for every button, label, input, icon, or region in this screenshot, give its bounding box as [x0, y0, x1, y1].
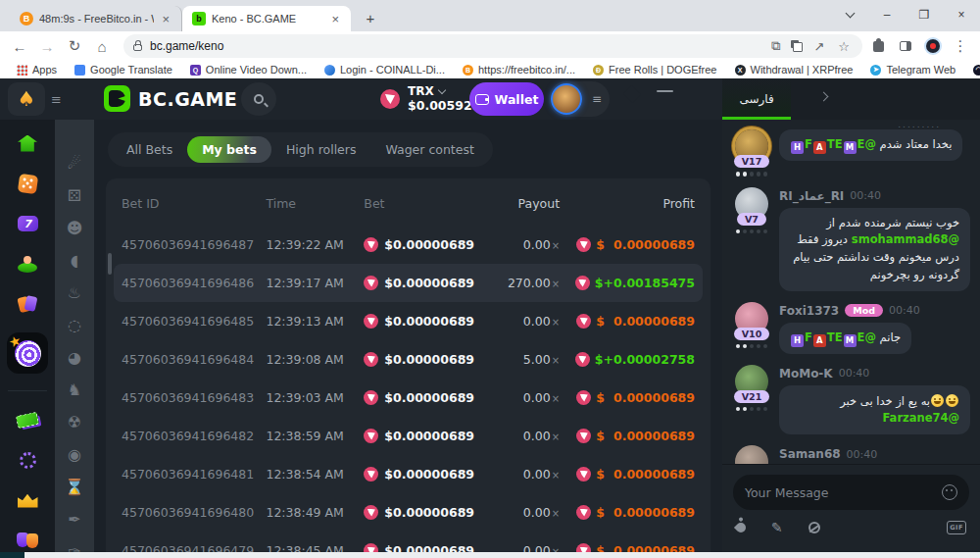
hourglass-icon[interactable]: ⌛ [65, 479, 84, 496]
wallet-button[interactable]: Wallet [469, 82, 544, 116]
user-avatar[interactable] [551, 83, 582, 115]
bet-row[interactable]: 4570603694169648312:39:03 AM$0.000006890… [122, 379, 695, 417]
sidebar-item-live[interactable] [16, 252, 39, 276]
sidebar-menu-icon[interactable]: ≡ [51, 92, 65, 107]
user-pill[interactable]: ≡ [549, 81, 610, 117]
egg-icon[interactable]: ◕ [68, 349, 81, 367]
wheel-icon[interactable]: ☢ [68, 414, 81, 431]
bookmark-star-icon[interactable]: ☆ [835, 39, 853, 54]
new-tab-button[interactable]: + [359, 6, 382, 29]
bets-tab-all-bets[interactable]: All Bets [112, 136, 187, 163]
sidebar-item-casino[interactable] [16, 172, 39, 195]
maximize-button[interactable]: ❐ [906, 0, 943, 29]
username[interactable]: Saman68 [779, 447, 841, 461]
knight-icon[interactable]: ♞ [68, 381, 81, 399]
minimize-button[interactable]: – [868, 0, 906, 29]
window-chevron-button[interactable] [831, 0, 868, 29]
level-badge: V21 [734, 390, 770, 403]
translate-icon[interactable] [791, 40, 803, 52]
tab-close-icon[interactable]: × [160, 12, 172, 26]
bookmark-label: Withdrawal | XRPfree [751, 64, 854, 76]
bean-icon[interactable]: ◖ [71, 252, 78, 270]
bookmark-item[interactable]: Bhttps://freebitco.in/... [456, 64, 582, 76]
sidebar-item-lottery[interactable] [16, 408, 39, 431]
sidebar-item-keno[interactable]: ★ [7, 332, 48, 374]
chat-collapse-icon[interactable] [819, 92, 829, 102]
pen-icon[interactable]: ✒ [68, 511, 80, 529]
coin-flip-icon[interactable] [808, 522, 820, 533]
fancy-mention[interactable]: @FATEMEH [790, 137, 876, 151]
mention[interactable]: @smohammad68 [848, 232, 959, 246]
omnibox[interactable]: bc.game/keno ⧉ ↗ ☆ [123, 34, 862, 58]
user-menu-icon[interactable]: ≡ [592, 92, 602, 106]
browser-menu-icon[interactable]: ⋮ [949, 34, 972, 58]
bet-row[interactable]: 4570603694169648212:38:59 AM$0.000006890… [122, 417, 695, 455]
username[interactable]: RI_عماد_RI [779, 189, 844, 203]
sidebar-item-slots[interactable]: 7 [16, 212, 39, 235]
search-button[interactable] [241, 82, 276, 116]
bets-tab-my-bets[interactable]: My bets [187, 136, 271, 163]
sidebar-item-cards[interactable] [16, 292, 39, 316]
bets-tab-wager-contest[interactable]: Wager contest [370, 136, 488, 163]
trx-coin-icon [576, 314, 591, 329]
bookmark-item[interactable]: Login - COINALL-Di... [318, 64, 452, 76]
plinko-icon[interactable]: ⚄ [68, 187, 81, 205]
monster-icon[interactable]: ☻ [67, 220, 83, 237]
bookmark-item[interactable]: XWithdrawal | XRPfree [728, 64, 860, 76]
back-button[interactable]: ← [8, 34, 31, 58]
profit-currency: $ [596, 314, 605, 329]
bookmark-item[interactable]: ÐFree Rolls | DOGEfree [586, 64, 723, 76]
orb-icon[interactable]: ◉ [68, 446, 81, 464]
crash-icon[interactable]: ☄ [68, 155, 81, 173]
username[interactable]: Foxi1373 [779, 304, 839, 318]
bookmark-item[interactable]: Google Translate [68, 64, 179, 76]
chat-input[interactable]: Your Message [733, 475, 969, 510]
fountain-icon[interactable]: ♨ [68, 284, 81, 302]
close-button[interactable]: × [943, 0, 980, 29]
sidebar-item-vip[interactable] [16, 488, 39, 512]
share-icon[interactable]: ↗ [810, 39, 827, 54]
extensions-icon[interactable] [866, 34, 890, 58]
open-in-new-icon[interactable]: ⧉ [768, 38, 783, 54]
bookmark-item[interactable]: Apps [10, 64, 64, 76]
sidebar-item-home[interactable] [16, 131, 39, 155]
browser-tab[interactable]: bKeno - BC.GAME× [182, 6, 351, 31]
app-logo-spade-icon[interactable]: ♠ [8, 82, 45, 116]
home-button[interactable]: ⌂ [90, 34, 114, 58]
dashed-ring-icon[interactable]: ◌ [68, 317, 81, 334]
bookmark-item[interactable]: ➤Telegram Web [863, 64, 962, 76]
username[interactable]: MoMo-K [779, 367, 833, 380]
dice-icon [17, 173, 37, 193]
bet-row[interactable]: 4570603694169648012:38:49 AM$0.000006890… [122, 493, 695, 532]
sidebar-item-originals[interactable] [16, 448, 39, 472]
sidebar-item-party[interactable] [16, 529, 39, 552]
bookmark-item[interactable]: QOnline Video Down... [183, 64, 314, 76]
bookmark-item[interactable]: ◠Speedtest by Ookla... [966, 64, 980, 76]
pencil-icon[interactable]: ✎ [771, 520, 783, 535]
extension-red-icon[interactable] [921, 34, 945, 58]
trx-coin-icon [364, 314, 378, 329]
bet-row[interactable]: 4570603694169648712:39:22 AM$0.000006890… [122, 226, 695, 264]
fancy-mention[interactable]: @FATEMEH [790, 330, 876, 344]
emoji-icon[interactable] [942, 484, 957, 500]
tab-close-icon[interactable]: × [329, 12, 341, 26]
reload-button[interactable]: ↻ [63, 34, 86, 58]
bet-row[interactable]: 4570603694169648612:39:17 AM$0.000006892… [114, 264, 703, 302]
mention[interactable]: @Farzane74 [882, 411, 959, 425]
bet-row[interactable]: 4570603694169648412:39:08 AM$0.000006895… [122, 340, 695, 379]
bet-row[interactable]: 4570603694169648512:39:13 AM$0.000006890… [122, 302, 695, 340]
scrollbar-thumb[interactable] [108, 253, 112, 275]
rain-icon[interactable] [734, 521, 748, 534]
brand-logo[interactable]: BC.GAME [104, 85, 237, 112]
gif-icon[interactable]: GIF [947, 521, 966, 534]
chat-language-tab[interactable]: فارسی [722, 78, 791, 120]
forward-button[interactable]: → [35, 34, 59, 58]
browser-tab[interactable]: B48m:9s - FreeBitco.in - Win free b× [10, 6, 182, 31]
avatar[interactable] [735, 445, 768, 464]
bet-row[interactable]: 4570603694169647912:38:45 AM$0.000006890… [122, 532, 695, 552]
url-text[interactable]: bc.game/keno [150, 39, 760, 53]
sidebar-toggle-icon[interactable] [894, 34, 917, 58]
bets-tab-high-rollers[interactable]: High rollers [271, 136, 371, 163]
trx-coin-icon [364, 543, 378, 552]
bet-row[interactable]: 4570603694169648112:38:54 AM$0.000006890… [122, 455, 695, 493]
